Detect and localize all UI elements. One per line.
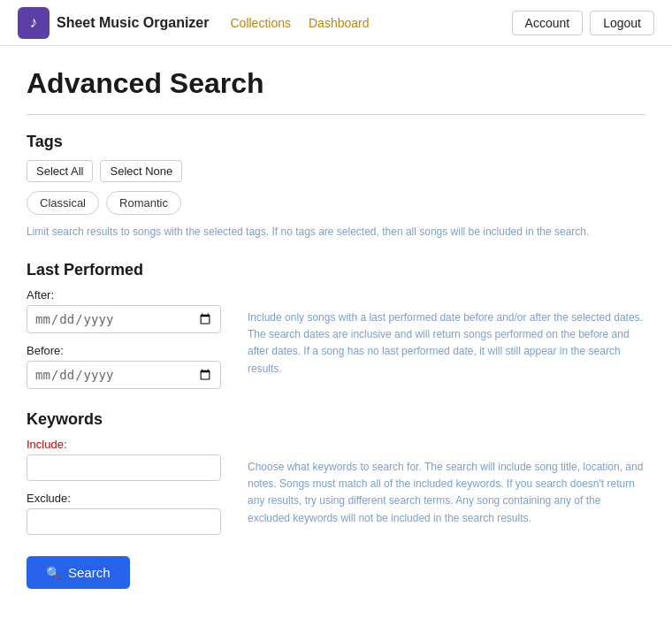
brand-name: Sheet Music Organizer <box>57 15 210 31</box>
after-label: After: <box>27 288 230 302</box>
keywords-content: Include: Exclude: Choose what keywords t… <box>27 438 645 535</box>
keywords-section: Keywords Include: Exclude: Choose what k… <box>27 410 645 535</box>
last-performed-title: Last Performed <box>27 261 645 279</box>
last-performed-hint: Include only songs with a last performed… <box>248 288 645 378</box>
tags-section: Tags Select All Select None Classical Ro… <box>27 133 645 240</box>
last-performed-section: Last Performed After: Before: Include on… <box>27 261 645 389</box>
after-field-group: After: <box>27 288 230 333</box>
select-all-button[interactable]: Select All <box>27 160 93 182</box>
include-label: Include: <box>27 438 230 451</box>
keyword-fields: Include: Exclude: <box>27 438 230 535</box>
nav-link-dashboard[interactable]: Dashboard <box>309 16 370 30</box>
tag-classical[interactable]: Classical <box>27 191 99 215</box>
tag-romantic[interactable]: Romantic <box>106 191 181 215</box>
before-date-input[interactable] <box>27 361 221 389</box>
brand-icon: ♪ <box>18 7 50 39</box>
tags-list: Classical Romantic <box>27 191 645 215</box>
navbar: ♪ Sheet Music Organizer Collections Dash… <box>0 0 672 46</box>
exclude-field-group: Exclude: <box>27 492 230 535</box>
include-input[interactable] <box>27 454 221 481</box>
main-content: Advanced Search Tags Select All Select N… <box>0 46 672 610</box>
keywords-section-title: Keywords <box>27 410 645 429</box>
brand: ♪ Sheet Music Organizer <box>18 7 210 39</box>
nav-links: Collections Dashboard <box>231 16 512 30</box>
logout-button[interactable]: Logout <box>590 11 654 35</box>
divider <box>27 114 645 115</box>
page-title: Advanced Search <box>27 67 645 100</box>
search-button[interactable]: 🔍 Search <box>27 556 130 589</box>
exclude-label: Exclude: <box>27 492 230 505</box>
tag-controls: Select All Select None <box>27 160 645 182</box>
before-label: Before: <box>27 344 230 357</box>
last-performed-content: After: Before: Include only songs with a… <box>27 288 645 389</box>
select-none-button[interactable]: Select None <box>100 160 182 182</box>
date-fields: After: Before: <box>27 288 230 389</box>
nav-link-collections[interactable]: Collections <box>231 16 291 30</box>
tags-section-title: Tags <box>27 133 645 151</box>
after-date-input[interactable] <box>27 305 221 333</box>
search-icon: 🔍 <box>46 566 61 580</box>
keywords-hint: Choose what keywords to search for. The … <box>248 438 645 527</box>
exclude-input[interactable] <box>27 508 221 535</box>
before-field-group: Before: <box>27 344 230 389</box>
tags-hint: Limit search results to songs with the s… <box>27 224 645 240</box>
search-button-label: Search <box>68 565 111 580</box>
include-field-group: Include: <box>27 438 230 481</box>
account-button[interactable]: Account <box>512 11 584 35</box>
nav-actions: Account Logout <box>512 11 654 35</box>
